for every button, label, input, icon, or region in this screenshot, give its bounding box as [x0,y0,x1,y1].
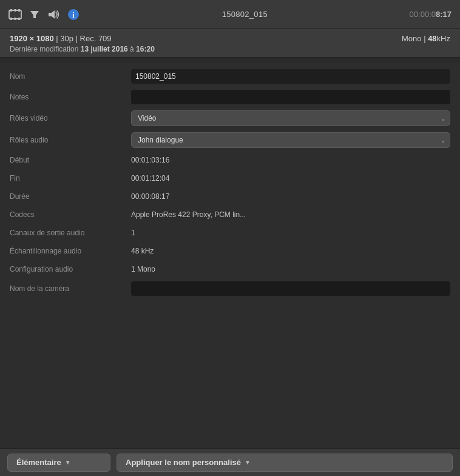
field-label-3: Rôles audio [10,136,131,144]
appliquer-label: Appliquer le nom personnalisé [126,458,241,467]
field-row: Fin00:01:12:04 [0,169,460,187]
filter-icon[interactable] [28,8,41,21]
field-label-9: Échantillonnage audio [10,247,131,255]
field-row: Notes [0,87,460,107]
elementaire-chevron: ▼ [65,459,71,466]
audio-value: 48 [428,34,436,43]
toolbar-timecode: 00:00:08:17 [410,10,452,19]
field-row: Début00:01:03:16 [0,151,460,169]
info-line2: Dernière modification 13 juillet 2016 à … [10,45,450,53]
toolbar-title: 150802_015 [80,10,410,19]
appliquer-chevron: ▼ [245,459,251,466]
info-line1: 1920 × 1080 | 30p | Rec. 709 Mono | 48kH… [10,34,450,43]
svg-rect-4 [10,18,12,20]
audio-suffix: kHz [437,34,450,43]
svg-marker-9 [52,10,55,19]
toolbar: i 150802_015 00:00:08:17 [0,0,460,29]
field-value-4: 00:01:03:16 [131,156,450,164]
svg-text:i: i [72,10,75,19]
field-value-8: 1 [131,229,450,237]
field-label-7: Codecs [10,210,131,219]
audio-label: Mono | [402,34,428,43]
timecode-prefix: 00:00:0 [410,10,436,19]
svg-rect-5 [15,18,16,20]
field-value-5: 00:01:12:04 [131,174,450,183]
appliquer-button[interactable]: Appliquer le nom personnalisé ▼ [117,454,453,472]
field-input-empty-1[interactable] [131,90,450,104]
field-row: Canaux de sortie audio1 [0,224,460,242]
field-row: Nom de la caméra [0,278,460,299]
field-value-6: 00:00:08:17 [131,192,450,201]
bottom-bar: Élémentaire ▼ Appliquer le nom personnal… [0,448,460,476]
modified-date: 13 juillet 2016 [81,45,128,53]
timecode-bold: 8:17 [436,10,452,19]
field-value-10: 1 Mono [131,265,450,273]
field-row: CodecsApple ProRes 422 Proxy, PCM lin... [0,206,460,224]
field-label-4: Début [10,156,131,164]
field-row: Rôles vidéoVidéoTitreDialogue⌄ [0,107,460,129]
film-icon[interactable] [8,8,22,21]
svg-rect-6 [18,18,20,20]
select-wrapper-2: VidéoTitreDialogue⌄ [131,110,450,126]
field-label-1: Notes [10,93,131,101]
svg-rect-0 [9,10,21,19]
svg-rect-1 [10,9,12,12]
field-value-7: Apple ProRes 422 Proxy, PCM lin... [131,210,450,219]
audio-icon[interactable] [47,8,61,21]
specs: | 30p | Rec. 709 [54,34,112,43]
elementaire-button[interactable]: Élémentaire ▼ [7,454,110,472]
field-label-11: Nom de la caméra [10,284,131,293]
modified-time: 16:20 [136,45,155,53]
svg-rect-3 [18,9,20,12]
elementaire-label: Élémentaire [16,458,61,467]
modified-label: Dernière modification [10,45,81,53]
svg-marker-7 [30,11,39,18]
field-select-2[interactable]: VidéoTitreDialogue [131,110,450,126]
field-label-8: Canaux de sortie audio [10,229,131,237]
field-row: Rôles audioJohn dialogueDialogueMusiqueE… [0,129,460,151]
field-select-3[interactable]: John dialogueDialogueMusiqueEffets [131,132,450,148]
field-row: Configuration audio1 Mono [0,260,460,278]
field-row: Nom [0,66,460,87]
resolution: 1920 × 1080 [10,34,54,43]
divider [0,58,460,62]
field-value-9: 48 kHz [131,247,450,255]
field-row: Durée00:00:08:17 [0,187,460,206]
field-label-0: Nom [10,72,131,81]
field-input-0[interactable] [131,69,450,84]
select-wrapper-3: John dialogueDialogueMusiqueEffets⌄ [131,132,450,148]
info-icon[interactable]: i [67,8,80,21]
modified-time-prefix: à [128,45,136,53]
field-row: Échantillonnage audio48 kHz [0,242,460,260]
toolbar-icons: i [8,8,80,21]
fields-section: NomNotesRôles vidéoVidéoTitreDialogue⌄Rô… [0,62,460,303]
field-input-empty-11[interactable] [131,281,450,296]
field-label-2: Rôles vidéo [10,114,131,122]
field-label-5: Fin [10,174,131,183]
svg-rect-8 [49,13,52,16]
svg-rect-2 [15,9,16,12]
info-banner: 1920 × 1080 | 30p | Rec. 709 Mono | 48kH… [0,29,460,58]
field-label-6: Durée [10,192,131,201]
field-label-10: Configuration audio [10,265,131,273]
